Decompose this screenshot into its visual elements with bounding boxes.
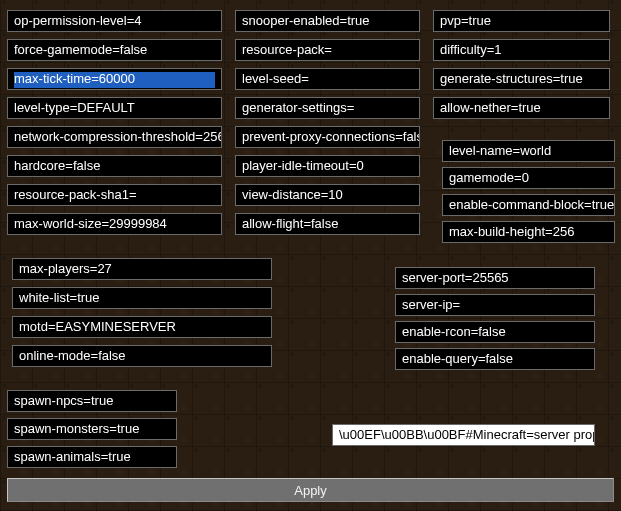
- field-pvp[interactable]: pvp=true: [433, 10, 610, 32]
- field-server-ip[interactable]: server-ip=: [395, 294, 595, 316]
- field-generator-settings[interactable]: generator-settings=: [235, 97, 420, 119]
- field-header-line[interactable]: \u00EF\u00BB\u00BF#Minecraft=server prop…: [332, 424, 595, 446]
- value: level-seed=: [242, 69, 309, 89]
- value: allow-flight=false: [242, 214, 338, 234]
- field-allow-nether[interactable]: allow-nether=true: [433, 97, 610, 119]
- value: view-distance=10: [242, 185, 343, 205]
- apply-button[interactable]: Apply: [7, 478, 614, 502]
- value: \u00EF\u00BB\u00BF#Minecraft=server prop…: [339, 425, 595, 445]
- field-allow-flight[interactable]: allow-flight=false: [235, 213, 420, 235]
- value: player-idle-timeout=0: [242, 156, 364, 176]
- value: pvp=true: [440, 11, 491, 31]
- field-network-compression-threshold[interactable]: network-compression-threshold=256: [7, 126, 222, 148]
- field-view-distance[interactable]: view-distance=10: [235, 184, 420, 206]
- field-difficulty[interactable]: difficulty=1: [433, 39, 610, 61]
- value: level-name=world: [449, 141, 551, 161]
- value: white-list=true: [19, 288, 100, 308]
- field-online-mode[interactable]: online-mode=false: [12, 345, 272, 367]
- value: hardcore=false: [14, 156, 100, 176]
- value: spawn-monsters=true: [14, 419, 139, 439]
- field-max-build-height[interactable]: max-build-height=256: [442, 221, 615, 243]
- field-spawn-animals[interactable]: spawn-animals=true: [7, 446, 177, 468]
- value: enable-command-block=true: [449, 195, 614, 215]
- value: spawn-npcs=true: [14, 391, 113, 411]
- field-player-idle-timeout[interactable]: player-idle-timeout=0: [235, 155, 420, 177]
- field-spawn-monsters[interactable]: spawn-monsters=true: [7, 418, 177, 440]
- field-server-port[interactable]: server-port=25565: [395, 267, 595, 289]
- field-level-seed[interactable]: level-seed=: [235, 68, 420, 90]
- value: prevent-proxy-connections=false: [242, 127, 420, 147]
- value: snooper-enabled=true: [242, 11, 370, 31]
- field-white-list[interactable]: white-list=true: [12, 287, 272, 309]
- value: network-compression-threshold=256: [14, 127, 222, 147]
- value: difficulty=1: [440, 40, 502, 60]
- value: generator-settings=: [242, 98, 354, 118]
- value: max-players=27: [19, 259, 112, 279]
- field-enable-query[interactable]: enable-query=false: [395, 348, 595, 370]
- value: enable-rcon=false: [402, 322, 506, 342]
- value: force-gamemode=false: [14, 40, 147, 60]
- value: max-tick-time=60000: [14, 69, 135, 89]
- apply-label: Apply: [294, 483, 327, 498]
- value: resource-pack-sha1=: [14, 185, 136, 205]
- field-gamemode[interactable]: gamemode=0: [442, 167, 615, 189]
- value: resource-pack=: [242, 40, 332, 60]
- field-level-type[interactable]: level-type=DEFAULT: [7, 97, 222, 119]
- value: motd=EASYMINESERVER: [19, 317, 176, 337]
- field-max-players[interactable]: max-players=27: [12, 258, 272, 280]
- field-max-world-size[interactable]: max-world-size=29999984: [7, 213, 222, 235]
- value: spawn-animals=true: [14, 447, 131, 467]
- field-prevent-proxy-connections[interactable]: prevent-proxy-connections=false: [235, 126, 420, 148]
- field-snooper-enabled[interactable]: snooper-enabled=true: [235, 10, 420, 32]
- value: op-permission-level=4: [14, 11, 142, 31]
- value: enable-query=false: [402, 349, 513, 369]
- value: online-mode=false: [19, 346, 126, 366]
- value: server-ip=: [402, 295, 460, 315]
- field-enable-command-block[interactable]: enable-command-block=true: [442, 194, 615, 216]
- field-motd[interactable]: motd=EASYMINESERVER: [12, 316, 272, 338]
- value: generate-structures=true: [440, 69, 583, 89]
- value: server-port=25565: [402, 268, 509, 288]
- value: gamemode=0: [449, 168, 529, 188]
- value: allow-nether=true: [440, 98, 541, 118]
- field-force-gamemode[interactable]: force-gamemode=false: [7, 39, 222, 61]
- value: max-build-height=256: [449, 222, 574, 242]
- field-resource-pack-sha1[interactable]: resource-pack-sha1=: [7, 184, 222, 206]
- field-op-permission-level[interactable]: op-permission-level=4: [7, 10, 222, 32]
- field-level-name[interactable]: level-name=world: [442, 140, 615, 162]
- field-spawn-npcs[interactable]: spawn-npcs=true: [7, 390, 177, 412]
- field-enable-rcon[interactable]: enable-rcon=false: [395, 321, 595, 343]
- field-generate-structures[interactable]: generate-structures=true: [433, 68, 610, 90]
- field-resource-pack[interactable]: resource-pack=: [235, 39, 420, 61]
- value: max-world-size=29999984: [14, 214, 167, 234]
- field-max-tick-time[interactable]: max-tick-time=60000: [7, 68, 222, 90]
- field-hardcore[interactable]: hardcore=false: [7, 155, 222, 177]
- value: level-type=DEFAULT: [14, 98, 135, 118]
